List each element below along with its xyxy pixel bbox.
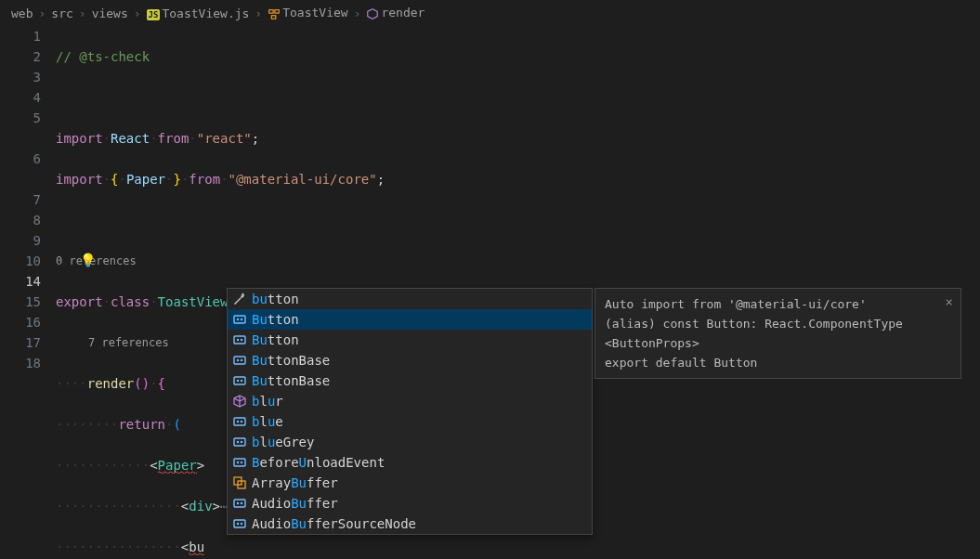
suggest-item-label: blur <box>252 394 283 409</box>
code-text: // @ts-check <box>56 49 150 64</box>
svg-rect-1 <box>275 9 279 13</box>
suggest-details: × Auto import from '@material-ui/core' (… <box>595 288 961 379</box>
var-icon <box>231 414 248 429</box>
svg-rect-3 <box>234 316 245 323</box>
svg-point-7 <box>237 339 239 341</box>
svg-point-5 <box>241 318 242 320</box>
suggest-item-label: blue <box>252 414 283 429</box>
breadcrumb-item[interactable]: web <box>11 6 33 20</box>
svg-rect-21 <box>234 459 245 466</box>
svg-rect-6 <box>234 336 245 344</box>
detail-text: export default Button <box>605 353 951 372</box>
svg-rect-15 <box>234 418 245 425</box>
suggest-item-label: blueGrey <box>252 435 314 449</box>
chevron-right-icon: › <box>134 6 141 20</box>
svg-point-16 <box>237 421 239 422</box>
svg-point-23 <box>241 462 242 463</box>
svg-point-13 <box>237 380 239 382</box>
lightbulb-icon[interactable]: 💡 <box>80 250 96 270</box>
var-icon <box>231 373 248 388</box>
suggest-item-label: AudioBufferSourceNode <box>252 516 416 531</box>
suggest-item[interactable]: AudioBufferSourceNode <box>228 514 592 534</box>
suggest-item-label: Button <box>252 312 299 327</box>
suggest-item[interactable]: ButtonBase <box>228 370 592 391</box>
svg-rect-0 <box>269 9 273 13</box>
breadcrumb-symbol-method[interactable]: render <box>366 6 425 20</box>
detail-text: <ButtonProps> <box>605 333 951 353</box>
svg-rect-26 <box>234 500 245 507</box>
chevron-right-icon: › <box>354 6 361 20</box>
svg-point-4 <box>237 318 239 320</box>
line-number-gutter: 1 2 3 4 5 6 7 8 9 10 14 15 16 17 18 <box>0 26 56 559</box>
suggest-item-label: BeforeUnloadEvent <box>252 455 385 470</box>
suggest-item[interactable]: blueGrey <box>228 432 592 452</box>
suggest-item-label: AudioBuffer <box>252 496 338 511</box>
suggest-item-label: Button <box>252 332 299 347</box>
method-icon <box>366 7 379 20</box>
svg-point-8 <box>241 339 242 341</box>
close-icon[interactable]: × <box>946 292 953 312</box>
svg-point-22 <box>237 462 239 463</box>
suggest-item[interactable]: blue <box>228 411 592 432</box>
svg-point-27 <box>237 502 239 504</box>
suggest-item[interactable]: BeforeUnloadEvent <box>228 452 592 473</box>
chevron-right-icon: › <box>255 6 262 20</box>
suggest-item[interactable]: ButtonBase <box>228 350 592 370</box>
codelens-references[interactable]: 0 references <box>56 251 980 271</box>
class-icon <box>268 7 281 20</box>
enum-icon <box>231 475 248 490</box>
svg-point-10 <box>237 359 239 361</box>
svg-point-28 <box>241 502 242 504</box>
svg-point-14 <box>241 380 242 382</box>
breadcrumb: web › src › views › JSToastView.js › Toa… <box>0 0 980 26</box>
svg-rect-18 <box>234 438 245 446</box>
breadcrumb-file[interactable]: JSToastView.js <box>147 6 250 20</box>
var-icon <box>231 353 248 368</box>
chevron-right-icon: › <box>79 6 86 20</box>
var-icon <box>231 455 248 470</box>
cube-icon <box>231 394 248 409</box>
var-icon <box>231 516 248 531</box>
suggest-item[interactable]: ArrayBuffer <box>228 473 592 493</box>
suggest-widget[interactable]: buttonButtonButtonButtonBaseButtonBasebl… <box>227 288 593 535</box>
var-icon <box>231 435 248 449</box>
svg-rect-2 <box>272 16 276 20</box>
svg-point-31 <box>241 523 242 525</box>
var-icon <box>231 312 248 327</box>
svg-point-11 <box>241 359 242 361</box>
wrench-icon <box>231 292 248 306</box>
svg-point-17 <box>241 421 242 422</box>
suggest-item-label: ArrayBuffer <box>252 475 338 490</box>
suggest-item[interactable]: Button <box>228 330 592 350</box>
breadcrumb-item[interactable]: views <box>92 6 128 20</box>
suggest-item-label: ButtonBase <box>252 353 330 368</box>
suggest-item-label: button <box>252 292 299 306</box>
suggest-item[interactable]: button <box>228 289 592 309</box>
suggest-item[interactable]: Button <box>228 309 592 330</box>
suggest-item[interactable]: blur <box>228 391 592 411</box>
svg-point-19 <box>237 441 239 443</box>
svg-rect-9 <box>234 357 245 364</box>
var-icon <box>231 332 248 347</box>
breadcrumb-symbol-class[interactable]: ToastView <box>268 6 347 20</box>
svg-point-20 <box>241 441 242 443</box>
svg-point-30 <box>237 523 239 525</box>
var-icon <box>231 496 248 511</box>
detail-text: (alias) const Button: React.ComponentTyp… <box>605 314 951 333</box>
svg-rect-12 <box>234 377 245 384</box>
suggest-item-label: ButtonBase <box>252 373 330 388</box>
detail-text: Auto import from '@material-ui/core' <box>605 294 951 314</box>
js-file-icon: JS <box>147 9 161 20</box>
svg-rect-29 <box>234 520 245 527</box>
chevron-right-icon: › <box>38 6 46 20</box>
breadcrumb-item[interactable]: src <box>51 6 72 20</box>
suggest-item[interactable]: AudioBuffer <box>228 493 592 514</box>
